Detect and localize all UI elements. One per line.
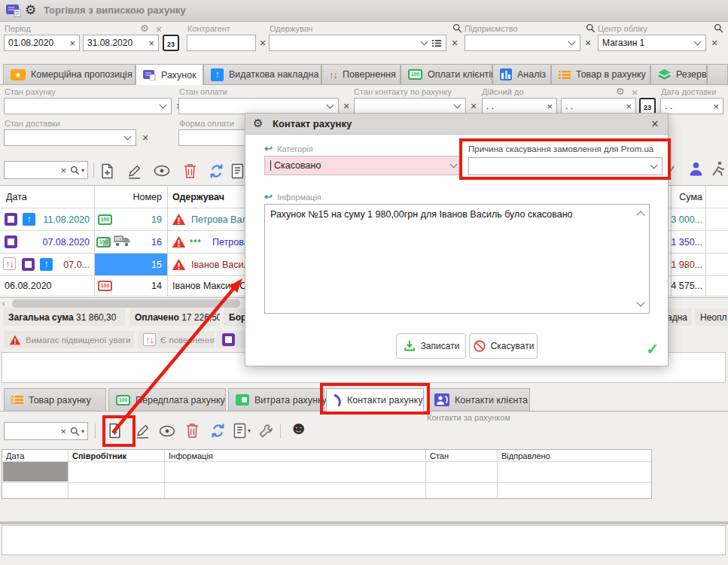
period-from-field[interactable]: 01.08.2020× — [4, 35, 80, 51]
settings-gear-icon[interactable]: ⚙ — [25, 2, 36, 18]
column-header[interactable]: Відправлено — [501, 451, 550, 460]
period-clear-icon[interactable]: × — [156, 24, 162, 35]
clear-icon[interactable]: × — [65, 38, 79, 48]
column-header-recipient[interactable]: Одержувач — [172, 192, 224, 202]
tab-kontakty-rakhunku[interactable]: Контакти рахунку — [326, 388, 424, 412]
cancel-button[interactable]: Скасувати — [469, 333, 538, 359]
info-textarea[interactable]: Рахунок №15 на суму 1 980,00грн для Іван… — [264, 204, 650, 314]
search-icon[interactable] — [70, 427, 80, 436]
category-combo[interactable]: Скасовано — [264, 156, 462, 175]
chevron-down-icon[interactable] — [454, 102, 461, 109]
view-button[interactable] — [154, 165, 170, 177]
stan-oplaty-clear-icon[interactable]: × — [343, 101, 349, 111]
undo-arrow-icon[interactable]: ↩ — [264, 191, 273, 202]
stan-kontaktu-clear-icon[interactable]: × — [471, 101, 477, 111]
tools-wrench-button[interactable] — [258, 424, 273, 439]
centr-obliku-clear-icon[interactable]: × — [711, 38, 717, 48]
scroll-left-arrow[interactable]: ‹ — [2, 299, 5, 308]
stan-dostavky-clear-icon[interactable]: × — [142, 132, 148, 143]
search-icon[interactable] — [714, 23, 723, 33]
oderzhuvach-clear-icon[interactable]: × — [452, 38, 458, 48]
refresh-button[interactable] — [209, 163, 224, 179]
column-header-date[interactable]: Дата — [6, 192, 27, 202]
stan-kontaktu-combo[interactable] — [354, 98, 466, 114]
column-header[interactable]: Інформація — [169, 451, 213, 460]
runner-icon[interactable] — [711, 161, 726, 177]
tab-kontakty-kliienta[interactable]: Контакти клієнта — [427, 388, 530, 411]
tab-rezerv[interactable]: Резерв — [650, 64, 707, 84]
period-gear-icon[interactable]: ⚙ — [140, 23, 149, 33]
selected-cell[interactable]: 15 — [95, 254, 167, 275]
clear-icon[interactable]: × — [56, 166, 70, 175]
list-select-icon[interactable] — [432, 39, 441, 47]
search-options-caret-icon[interactable]: ▾ — [81, 167, 84, 174]
undo-arrow-icon[interactable]: ↩ — [264, 143, 273, 154]
search-icon[interactable] — [586, 23, 595, 33]
refresh-button[interactable] — [210, 423, 226, 439]
report-button[interactable]: ▾ — [233, 423, 251, 439]
clear-icon[interactable]: × — [622, 102, 635, 111]
delete-button[interactable] — [183, 163, 197, 179]
column-header[interactable]: Дата — [6, 451, 24, 460]
tab-peredplata-rakhunku[interactable]: 100 Передплата рахунку — [108, 388, 226, 411]
tab-analiz[interactable]: Аналіз — [492, 64, 551, 84]
data-dostavky-field[interactable]: . .× — [660, 98, 723, 114]
edit-button[interactable] — [135, 423, 151, 439]
chevron-down-icon[interactable] — [327, 102, 334, 109]
column-header[interactable]: Співробітник — [72, 451, 126, 460]
tab-oplaty-kliientiv[interactable]: 100 Оплати клієнтів — [401, 64, 492, 84]
chevron-down-icon[interactable] — [450, 161, 458, 169]
search-icon[interactable] — [452, 23, 462, 33]
column-header-number[interactable]: Номер — [94, 192, 162, 202]
tab-tovar-v-rakhunku[interactable]: Товар в рахунку — [551, 64, 650, 84]
add-contact-button[interactable] — [107, 423, 123, 439]
scroll-up-icon[interactable] — [636, 211, 644, 219]
client-person-icon[interactable] — [688, 161, 704, 177]
chevron-down-icon[interactable] — [160, 102, 167, 109]
tab-tovar-rakhunku[interactable]: Товар рахунку — [4, 388, 106, 411]
tab-rakhunok[interactable]: Рахунок — [136, 64, 203, 85]
pidpryemstvo-combo[interactable] — [465, 35, 580, 51]
dialog-title-bar[interactable]: ⚙ Контакт рахунку × — [245, 114, 668, 135]
oderzhuvach-combo[interactable] — [269, 35, 446, 51]
save-button[interactable]: Записати — [396, 333, 466, 359]
reason-combo[interactable] — [468, 157, 663, 175]
tab-povernennia[interactable]: ↑↓ Повернення — [321, 64, 401, 84]
kontragent-input[interactable] — [187, 35, 256, 51]
tab-vytrata-rakhunku[interactable]: Витрата рахунку — [228, 388, 324, 411]
calendar-button[interactable]: 23 — [639, 98, 656, 114]
column-header[interactable]: Стан — [430, 451, 449, 460]
edit-button[interactable] — [126, 163, 142, 179]
dialog-gear-icon[interactable]: ⚙ — [253, 117, 263, 130]
selected-empty-cell[interactable] — [3, 462, 68, 481]
diisnyi-do-clear-icon[interactable]: × — [632, 87, 638, 98]
report-caret-icon[interactable]: ▾ — [248, 427, 251, 434]
chevron-down-icon[interactable] — [124, 133, 132, 141]
stan-oplaty-combo[interactable] — [178, 98, 339, 114]
view-button[interactable] — [159, 425, 175, 437]
search-input[interactable]: × ▾ — [4, 161, 88, 179]
diisnyi-do-to-field[interactable]: . .× — [561, 98, 636, 114]
clear-icon[interactable]: × — [145, 38, 158, 48]
search-icon[interactable] — [70, 166, 80, 175]
calendar-button[interactable]: 23 — [163, 35, 179, 51]
kontragent-clear-icon[interactable]: × — [260, 38, 266, 48]
scroll-down-icon[interactable] — [636, 298, 644, 306]
clear-icon[interactable]: × — [56, 427, 70, 436]
diisnyi-do-gear-icon[interactable]: ⚙ — [616, 87, 625, 96]
dialog-close-icon[interactable]: × — [651, 117, 659, 132]
horizontal-scrollbar-thumb[interactable] — [12, 299, 240, 308]
stan-rakhunku-combo[interactable] — [4, 98, 172, 114]
tab-vydatkova-nakladna[interactable]: ↑ Видаткова накладна — [203, 64, 321, 84]
chevron-down-icon[interactable] — [694, 38, 702, 46]
search-options-caret-icon[interactable]: ▾ — [81, 428, 84, 435]
column-header-suma[interactable]: Сума — [671, 192, 702, 202]
diisnyi-do-from-field[interactable]: . .× — [482, 98, 557, 114]
chevron-down-icon[interactable] — [421, 38, 428, 46]
period-to-field[interactable]: 31.08.2020× — [83, 35, 159, 51]
add-record-button[interactable] — [99, 163, 115, 179]
stan-dostavky-combo[interactable] — [4, 129, 136, 146]
chevron-down-icon[interactable] — [650, 162, 658, 169]
clear-icon[interactable]: × — [543, 102, 556, 111]
face-icon[interactable]: ☻ — [289, 419, 308, 437]
